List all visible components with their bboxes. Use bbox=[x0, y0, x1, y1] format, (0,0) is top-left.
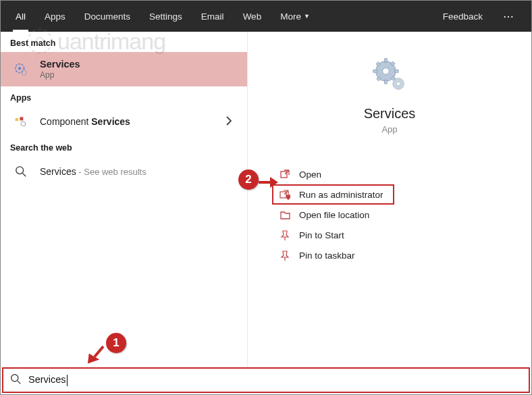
shield-icon bbox=[279, 189, 291, 200]
action-pin-to-taskbar[interactable]: Pin to taskbar bbox=[272, 245, 362, 265]
svg-point-22 bbox=[11, 374, 18, 381]
svg-point-6 bbox=[16, 167, 24, 174]
search-icon bbox=[10, 373, 22, 388]
chevron-down-icon: ▼ bbox=[304, 13, 310, 20]
action-pin-to-start[interactable]: Pin to Start bbox=[272, 225, 351, 245]
svg-rect-3 bbox=[16, 118, 18, 121]
result-subtitle: App bbox=[40, 70, 236, 80]
tab-settings[interactable]: Settings bbox=[140, 1, 192, 32]
content-area: Best match Services App Apps Component S… bbox=[1, 32, 531, 367]
result-services[interactable]: Services App bbox=[1, 52, 247, 86]
search-icon bbox=[13, 163, 29, 180]
preview-panel: Services App Open Run as administrator bbox=[248, 32, 531, 367]
overflow-menu-button[interactable]: ⋯ bbox=[492, 1, 526, 32]
svg-rect-11 bbox=[385, 80, 388, 84]
result-web-services[interactable]: Services - See web results bbox=[1, 157, 247, 186]
action-open[interactable]: Open bbox=[272, 164, 328, 184]
feedback-link[interactable]: Feedback bbox=[433, 1, 492, 32]
svg-line-7 bbox=[23, 174, 26, 177]
results-panel: Best match Services App Apps Component S… bbox=[1, 32, 248, 367]
annotation-arrow-1 bbox=[76, 346, 110, 373]
tab-documents[interactable]: Documents bbox=[75, 1, 140, 32]
apps-header: Apps bbox=[1, 86, 247, 107]
preview-title: Services bbox=[248, 106, 531, 122]
open-icon bbox=[279, 169, 291, 180]
result-title: Component Services bbox=[40, 116, 130, 127]
annotation-badge-2: 2 bbox=[238, 169, 259, 190]
svg-rect-4 bbox=[20, 117, 23, 120]
filter-tabs: All Apps Documents Settings Email Web Mo… bbox=[1, 1, 531, 32]
tab-more[interactable]: More ▼ bbox=[271, 1, 319, 32]
annotation-arrow-2 bbox=[259, 180, 279, 184]
tab-all[interactable]: All bbox=[6, 1, 35, 32]
result-component-services[interactable]: Component Services bbox=[1, 107, 247, 136]
action-label: Pin to taskbar bbox=[299, 251, 355, 261]
best-match-header: Best match bbox=[1, 32, 247, 52]
preview-subtitle: App bbox=[248, 124, 531, 134]
action-open-file-location[interactable]: Open file location bbox=[272, 205, 376, 225]
tab-web[interactable]: Web bbox=[234, 1, 271, 32]
svg-point-1 bbox=[18, 66, 22, 70]
dots-icon: ⋯ bbox=[503, 10, 515, 23]
gear-icon bbox=[371, 56, 408, 94]
svg-rect-12 bbox=[373, 70, 377, 73]
search-web-header: Search the web bbox=[1, 136, 247, 157]
svg-point-2 bbox=[22, 70, 26, 74]
pin-icon bbox=[279, 250, 291, 261]
action-label: Pin to Start bbox=[299, 230, 344, 240]
action-label: Open file location bbox=[299, 210, 369, 220]
result-title: Services bbox=[40, 59, 236, 70]
svg-point-5 bbox=[21, 122, 26, 126]
svg-point-9 bbox=[383, 68, 389, 74]
result-title: Services - See web results bbox=[40, 166, 147, 177]
action-run-as-admin[interactable]: Run as administrator bbox=[272, 184, 394, 205]
svg-rect-21 bbox=[280, 192, 286, 198]
tab-more-label: More bbox=[280, 11, 301, 22]
action-label: Open bbox=[299, 169, 321, 180]
pin-icon bbox=[279, 230, 291, 240]
svg-rect-10 bbox=[385, 59, 388, 63]
svg-rect-20 bbox=[281, 172, 287, 178]
component-services-icon bbox=[13, 113, 29, 130]
svg-point-19 bbox=[396, 82, 400, 86]
context-actions: Open Run as administrator Open file loca… bbox=[272, 164, 531, 265]
folder-icon bbox=[279, 209, 291, 220]
svg-line-23 bbox=[18, 381, 20, 384]
search-value: Services bbox=[28, 374, 68, 386]
tab-apps[interactable]: Apps bbox=[35, 1, 75, 32]
svg-rect-13 bbox=[394, 70, 398, 73]
action-label: Run as administrator bbox=[299, 190, 383, 200]
gear-icon bbox=[13, 61, 29, 78]
chevron-right-icon bbox=[225, 116, 232, 128]
tab-email[interactable]: Email bbox=[192, 1, 234, 32]
text-cursor bbox=[67, 375, 68, 386]
